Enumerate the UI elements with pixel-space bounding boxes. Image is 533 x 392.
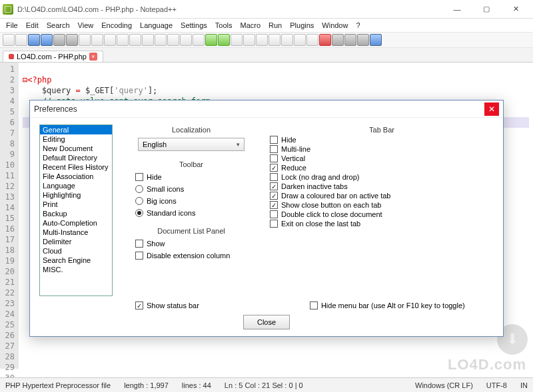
tabbar-vertical-checkbox[interactable]: Vertical bbox=[270, 154, 494, 163]
show-status-bar-checkbox[interactable]: ✓Show status bar bbox=[125, 300, 199, 311]
category-list[interactable]: GeneralEditingNew DocumentDefault Direct… bbox=[39, 124, 113, 296]
dialog-title: Preferences bbox=[34, 104, 484, 114]
chevron-down-icon: ▾ bbox=[237, 141, 240, 148]
tabbar-heading: Tab Bar bbox=[270, 124, 494, 135]
category-item[interactable]: New Document bbox=[40, 144, 112, 153]
tabbar-exitlast-checkbox[interactable]: Exit on close the last tab bbox=[270, 219, 494, 228]
category-item[interactable]: Backup bbox=[40, 209, 112, 218]
dialog-title-bar[interactable]: Preferences ✕ bbox=[30, 100, 503, 118]
toolbar-big-radio[interactable]: Big icons bbox=[125, 196, 258, 206]
localization-heading: Localization bbox=[125, 124, 258, 135]
category-item[interactable]: Auto-Completion bbox=[40, 218, 112, 228]
tabbar-multiline-checkbox[interactable]: Multi-line bbox=[270, 144, 494, 154]
category-item[interactable]: Highlighting bbox=[40, 190, 112, 200]
category-item[interactable]: Default Directory bbox=[40, 153, 112, 162]
tabbar-dblclick-checkbox[interactable]: Double click to close document bbox=[270, 210, 494, 219]
toolbar-standard-radio[interactable]: Standard icons bbox=[125, 208, 258, 218]
category-item[interactable]: MISC. bbox=[40, 265, 112, 274]
tabbar-coloured-checkbox[interactable]: ✓Draw a coloured bar on active tab bbox=[270, 191, 494, 200]
toolbar-hide-checkbox[interactable]: Hide bbox=[125, 172, 258, 182]
doclist-heading: Document List Panel bbox=[125, 226, 258, 236]
modal-overlay: Preferences ✕ GeneralEditingNew Document… bbox=[0, 0, 533, 392]
category-item[interactable]: Print bbox=[40, 200, 112, 209]
category-item[interactable]: Recent Files History bbox=[40, 162, 112, 172]
tabbar-lock-checkbox[interactable]: Lock (no drag and drop) bbox=[270, 172, 494, 182]
tabbar-closebtn-checkbox[interactable]: ✓Show close button on each tab bbox=[270, 200, 494, 210]
category-item[interactable]: Search Engine bbox=[40, 256, 112, 265]
close-button[interactable]: Close bbox=[243, 315, 290, 329]
doclist-disable-ext-checkbox[interactable]: Disable extension column bbox=[125, 251, 258, 260]
category-item[interactable]: Cloud bbox=[40, 246, 112, 256]
language-select-value: English bbox=[143, 140, 167, 148]
doclist-show-checkbox[interactable]: Show bbox=[125, 239, 258, 248]
toolbar-heading: Toolbar bbox=[125, 159, 258, 170]
dialog-close-button[interactable]: ✕ bbox=[484, 102, 499, 116]
tabbar-darken-checkbox[interactable]: ✓Darken inactive tabs bbox=[270, 182, 494, 191]
category-item[interactable]: Multi-Instance bbox=[40, 228, 112, 237]
hide-menu-bar-checkbox[interactable]: Hide menu bar (use Alt or F10 key to tog… bbox=[299, 300, 465, 311]
category-item[interactable]: Delimiter bbox=[40, 237, 112, 246]
preferences-dialog: Preferences ✕ GeneralEditingNew Document… bbox=[29, 100, 504, 337]
category-item[interactable]: Language bbox=[40, 181, 112, 190]
tabbar-hide-checkbox[interactable]: Hide bbox=[270, 135, 494, 144]
toolbar-small-radio[interactable]: Small icons bbox=[125, 184, 258, 194]
category-item[interactable]: Editing bbox=[40, 134, 112, 144]
language-select[interactable]: English ▾ bbox=[138, 138, 245, 151]
tabbar-reduce-checkbox[interactable]: ✓Reduce bbox=[270, 163, 494, 172]
category-item[interactable]: File Association bbox=[40, 172, 112, 181]
category-item[interactable]: General bbox=[40, 125, 112, 134]
